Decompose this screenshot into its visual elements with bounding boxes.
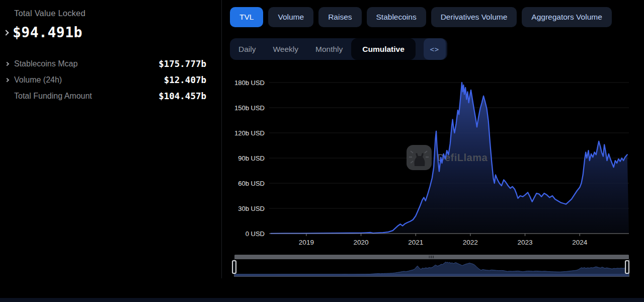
svg-text:120b USD: 120b USD	[234, 129, 265, 137]
tvl-value-row[interactable]: $94.491b	[4, 24, 83, 41]
chevron-right-icon	[5, 62, 9, 66]
metrics-sidebar: Total Value Locked $94.491b Stablecoins …	[0, 0, 221, 302]
chart-type-tabs: TVL Volume Raises Stablecoins Derivative…	[230, 7, 612, 27]
navigator-mini-chart	[234, 259, 629, 276]
tab-raises[interactable]: Raises	[318, 7, 361, 27]
chevron-right-icon	[5, 78, 9, 82]
tab-daily[interactable]: Daily	[230, 38, 264, 60]
svg-text:90b USD: 90b USD	[238, 155, 265, 162]
metric-value: $12.407b	[164, 75, 206, 85]
svg-text:2019: 2019	[299, 239, 314, 246]
svg-text:30b USD: 30b USD	[238, 205, 265, 212]
datazoom-right-handle[interactable]	[625, 260, 629, 274]
tab-aggregators-volume[interactable]: Aggregators Volume	[522, 7, 611, 27]
metric-value: $104.457b	[158, 91, 206, 101]
interval-tabs: Daily Weekly Monthly Cumulative <>	[230, 38, 447, 60]
tab-derivatives-volume[interactable]: Derivatives Volume	[431, 7, 517, 27]
tvl-area-chart[interactable]: DefiLlama 0 USD30b USD60b USD90b USD120b…	[222, 70, 636, 252]
datazoom-window[interactable]	[234, 259, 629, 277]
svg-text:2021: 2021	[408, 239, 423, 246]
metric-label: Total Funding Amount	[14, 92, 92, 101]
tvl-value: $94.491b	[13, 24, 83, 41]
datazoom-left-handle[interactable]	[232, 260, 236, 274]
chevron-right-icon	[3, 30, 9, 35]
metric-row-stablecoins-mcap[interactable]: Stablecoins Mcap $175.777b	[0, 56, 221, 72]
bottom-strip	[0, 298, 644, 302]
tab-weekly[interactable]: Weekly	[264, 38, 307, 60]
datazoom-slider-bar[interactable]	[234, 255, 629, 259]
metric-row-total-funding: Total Funding Amount $104.457b	[0, 88, 221, 104]
svg-text:60b USD: 60b USD	[238, 180, 265, 187]
tab-cumulative[interactable]: Cumulative	[351, 38, 416, 60]
svg-text:150b USD: 150b USD	[234, 104, 265, 112]
metric-label: Stablecoins Mcap	[14, 59, 77, 68]
metric-label: Volume (24h)	[14, 76, 62, 85]
embed-code-button[interactable]: <>	[424, 38, 446, 60]
svg-text:2024: 2024	[572, 239, 588, 246]
svg-text:2020: 2020	[354, 239, 369, 246]
tab-volume[interactable]: Volume	[268, 7, 313, 27]
tab-monthly[interactable]: Monthly	[307, 38, 351, 60]
tab-stablecoins[interactable]: Stablecoins	[367, 7, 426, 27]
metric-value: $175.777b	[158, 59, 206, 69]
tvl-title: Total Value Locked	[14, 9, 86, 18]
slider-grip-icon	[429, 256, 435, 258]
svg-text:2023: 2023	[518, 239, 533, 246]
svg-text:2022: 2022	[463, 239, 478, 246]
metric-row-volume-24h[interactable]: Volume (24h) $12.407b	[0, 72, 221, 88]
svg-text:0 USD: 0 USD	[246, 230, 265, 238]
svg-text:180b USD: 180b USD	[234, 79, 265, 87]
tab-tvl[interactable]: TVL	[230, 7, 263, 27]
